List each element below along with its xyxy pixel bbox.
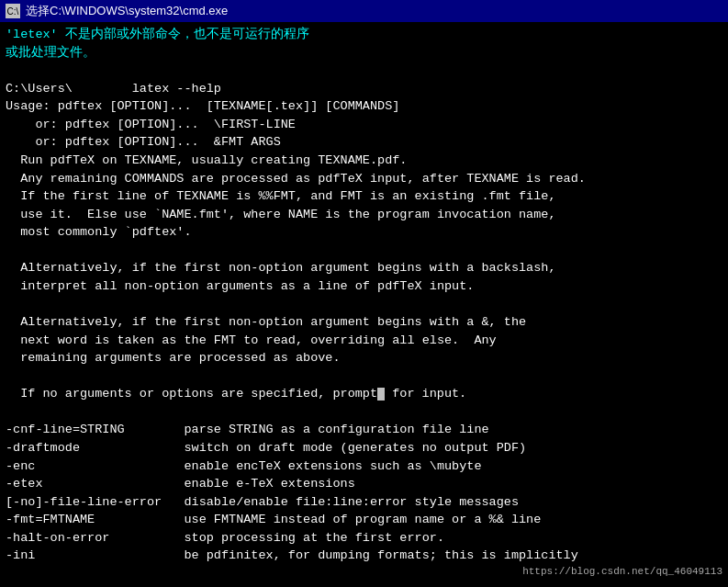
title-bar: C:\ 选择C:\WINDOWS\system32\cmd.exe xyxy=(0,0,728,22)
title-bar-text: 选择C:\WINDOWS\system32\cmd.exe xyxy=(26,3,722,19)
cmd-icon: C:\ xyxy=(6,4,20,18)
terminal-window[interactable]: 'letex' 不是内部或外部命令，也不是可运行的程序 或批处理文件。 C:\U… xyxy=(0,22,728,587)
